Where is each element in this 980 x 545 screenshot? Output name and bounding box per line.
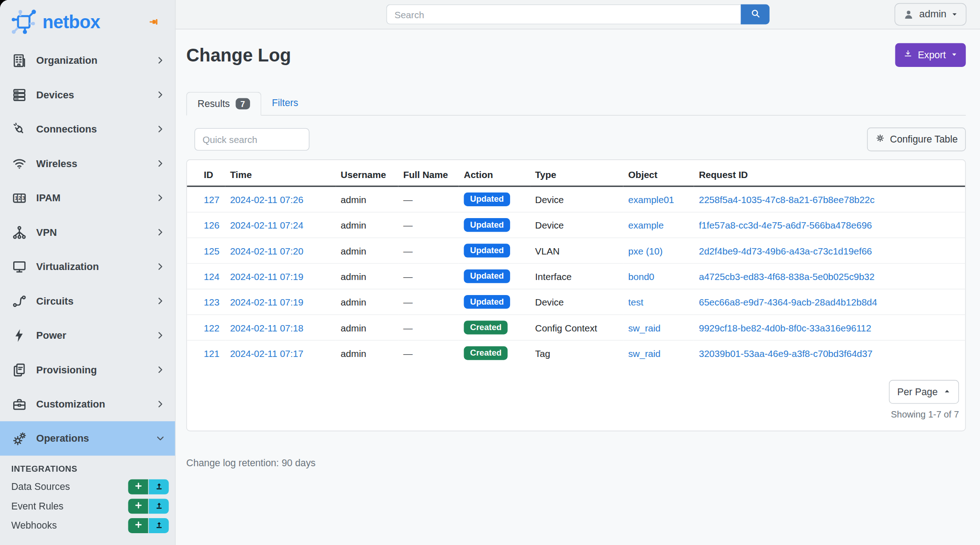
content-area: admin Change Log Export Results 7 Fi bbox=[176, 0, 980, 545]
time-link[interactable]: 2024-02-11 07:19 bbox=[230, 296, 303, 307]
sidebar-item-operations[interactable]: Operations bbox=[0, 421, 175, 455]
sidebar-item-wireless[interactable]: Wireless bbox=[0, 146, 175, 180]
id-link[interactable]: 124 bbox=[204, 271, 219, 281]
cell-id: 122 bbox=[187, 315, 225, 340]
quick-search-input[interactable] bbox=[194, 128, 310, 150]
user-menu-button[interactable]: admin bbox=[895, 3, 966, 25]
cell-type: Device bbox=[530, 186, 623, 212]
add-data-sources-button[interactable] bbox=[128, 479, 148, 494]
chevron-right-icon bbox=[156, 228, 165, 237]
sidebar-item-provisioning[interactable]: Provisioning bbox=[0, 352, 175, 387]
per-page-button[interactable]: Per Page bbox=[889, 380, 959, 404]
cell-object: bond0 bbox=[623, 264, 694, 289]
action-badge: Updated bbox=[464, 244, 510, 258]
sidebar-item-organization[interactable]: Organization bbox=[0, 43, 175, 77]
upload-icon bbox=[154, 520, 163, 531]
add-webhooks-button[interactable] bbox=[128, 518, 148, 533]
table-footer: Per Page Showing 1-7 of 7 bbox=[187, 366, 965, 431]
request-id-link[interactable]: 9929cf18-be82-4d0b-8f0c-33a316e96112 bbox=[699, 322, 872, 333]
tab-filters[interactable]: Filters bbox=[261, 92, 309, 114]
column-header-type[interactable]: Type bbox=[530, 160, 623, 186]
column-header-object[interactable]: Object bbox=[623, 160, 694, 186]
sidebar-item-power[interactable]: Power bbox=[0, 318, 175, 352]
object-link[interactable]: test bbox=[628, 296, 643, 307]
sidebar-item-event-rules[interactable]: Event Rules bbox=[11, 500, 64, 512]
svg-text:3: 3 bbox=[22, 195, 25, 201]
id-link[interactable]: 122 bbox=[204, 322, 219, 333]
sidebar-item-data-sources[interactable]: Data Sources bbox=[11, 481, 70, 492]
cell-username: admin bbox=[336, 238, 398, 263]
column-header-request-id[interactable]: Request ID bbox=[694, 160, 965, 186]
cell-request-id: 2d2f4be9-4d73-49b6-a43a-c73c1d19ef66 bbox=[694, 238, 965, 263]
tabs: Results 7 Filters bbox=[186, 92, 966, 116]
cell-action: Updated bbox=[459, 264, 530, 289]
object-link[interactable]: example bbox=[628, 220, 664, 230]
sidebar-item-ipam[interactable]: 123IPAM bbox=[0, 181, 175, 215]
import-data-sources-button[interactable] bbox=[149, 479, 169, 494]
id-link[interactable]: 126 bbox=[204, 220, 219, 230]
tab-results[interactable]: Results 7 bbox=[186, 92, 261, 116]
chevron-right-icon bbox=[156, 124, 165, 134]
sidebar-item-virtualization[interactable]: Virtualization bbox=[0, 250, 175, 284]
chevron-right-icon bbox=[156, 331, 165, 340]
search-button[interactable] bbox=[741, 5, 770, 25]
request-id-link[interactable]: f1fe57a8-cc3d-4e75-a6d7-566ba478e696 bbox=[699, 220, 872, 230]
integrations-item-event-rules: Event Rules bbox=[0, 496, 175, 516]
import-webhooks-button[interactable] bbox=[149, 518, 169, 533]
changelog-table-card: IDTimeUsernameFull NameActionTypeObjectR… bbox=[186, 159, 966, 431]
import-event-rules-button[interactable] bbox=[149, 499, 169, 514]
object-link[interactable]: pxe (10) bbox=[628, 245, 663, 256]
sidebar-item-devices[interactable]: Devices bbox=[0, 77, 175, 112]
configure-table-button[interactable]: Configure Table bbox=[867, 127, 966, 151]
object-link[interactable]: sw_raid bbox=[628, 322, 661, 333]
sidebar-item-webhooks[interactable]: Webhooks bbox=[11, 520, 57, 531]
request-id-link[interactable]: 65ec66a8-e9d7-4364-9acb-28ad4b12b8d4 bbox=[699, 296, 878, 307]
request-id-link[interactable]: a4725cb3-ed83-4f68-838a-5e0b025c9b32 bbox=[699, 271, 875, 281]
object-link[interactable]: sw_raid bbox=[628, 348, 661, 358]
chevron-right-icon bbox=[156, 193, 165, 203]
column-header-id[interactable]: ID bbox=[187, 160, 225, 186]
time-link[interactable]: 2024-02-11 07:20 bbox=[230, 245, 303, 256]
pin-sidebar-icon[interactable] bbox=[148, 15, 161, 29]
column-header-time[interactable]: Time bbox=[225, 160, 336, 186]
object-link[interactable]: bond0 bbox=[628, 271, 654, 281]
column-header-action[interactable]: Action bbox=[459, 160, 530, 186]
request-id-link[interactable]: 32039b01-53aa-46e9-a3f8-c70bd3f64d37 bbox=[699, 348, 873, 358]
time-link[interactable]: 2024-02-11 07:19 bbox=[230, 271, 303, 281]
sidebar-item-vpn[interactable]: VPN bbox=[0, 215, 175, 249]
time-link[interactable]: 2024-02-11 07:24 bbox=[230, 220, 303, 230]
caret-down-icon bbox=[951, 49, 958, 61]
cell-username: admin bbox=[336, 186, 398, 212]
netbox-logo[interactable]: netbox bbox=[10, 8, 100, 36]
sidebar-nav: OrganizationDevicesConnectionsWireless12… bbox=[0, 43, 175, 456]
id-link[interactable]: 121 bbox=[204, 348, 219, 358]
chevron-right-icon bbox=[156, 56, 165, 65]
sidebar-item-circuits[interactable]: Circuits bbox=[0, 284, 175, 318]
request-id-link[interactable]: 2258f5a4-1035-47c8-8a21-67b8ee78b22c bbox=[699, 194, 875, 204]
column-header-username[interactable]: Username bbox=[336, 160, 398, 186]
cell-time: 2024-02-11 07:18 bbox=[225, 315, 336, 340]
id-link[interactable]: 127 bbox=[204, 194, 219, 204]
table-controls: Configure Table bbox=[186, 127, 966, 151]
sidebar-item-connections[interactable]: Connections bbox=[0, 112, 175, 146]
add-event-rules-button[interactable] bbox=[128, 499, 148, 514]
cell-object: sw_raid bbox=[623, 315, 694, 340]
sidebar-item-customization[interactable]: Customization bbox=[0, 387, 175, 421]
id-link[interactable]: 125 bbox=[204, 245, 219, 256]
id-link[interactable]: 123 bbox=[204, 296, 219, 307]
building-icon bbox=[11, 52, 28, 69]
plus-icon bbox=[133, 481, 143, 492]
object-link[interactable]: example01 bbox=[628, 194, 674, 204]
column-header-full-name[interactable]: Full Name bbox=[398, 160, 459, 186]
search-input[interactable] bbox=[386, 5, 740, 25]
sidebar-item-label: Customization bbox=[36, 398, 105, 410]
sidebar-item-label: Organization bbox=[36, 55, 97, 66]
request-id-link[interactable]: 2d2f4be9-4d73-49b6-a43a-c73c1d19ef66 bbox=[699, 245, 872, 256]
action-badge: Updated bbox=[464, 295, 510, 309]
time-link[interactable]: 2024-02-11 07:26 bbox=[230, 194, 303, 204]
upload-icon bbox=[154, 481, 163, 492]
export-button[interactable]: Export bbox=[895, 43, 966, 67]
time-link[interactable]: 2024-02-11 07:18 bbox=[230, 322, 303, 333]
netbox-app: netbox OrganizationDevicesConnectionsWir… bbox=[0, 0, 980, 545]
time-link[interactable]: 2024-02-11 07:17 bbox=[230, 348, 303, 358]
